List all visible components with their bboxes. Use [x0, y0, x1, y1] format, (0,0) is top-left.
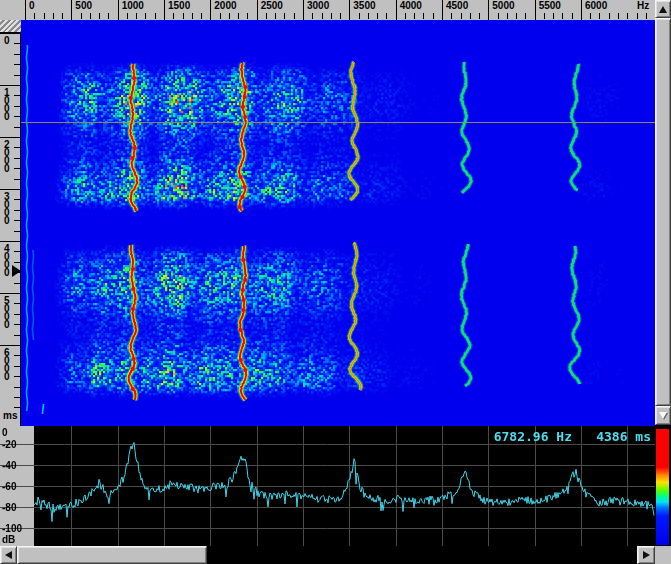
scroll-right-button[interactable] — [637, 546, 655, 564]
minor-tick — [14, 262, 21, 263]
minor-tick — [238, 13, 239, 19]
time-tick-label: 3 0 0 0 — [4, 193, 10, 225]
freq-tick-label: 3500 — [353, 1, 375, 11]
time-tick-label: 6 0 0 0 — [4, 349, 10, 381]
major-tick — [0, 137, 21, 138]
horizontal-scrollbar[interactable] — [0, 546, 655, 564]
minor-tick — [62, 13, 63, 19]
minor-tick — [14, 303, 21, 304]
minor-tick — [14, 75, 21, 76]
minor-tick — [507, 13, 508, 19]
minor-tick — [127, 13, 128, 19]
minor-tick — [609, 13, 610, 19]
minor-tick — [14, 355, 21, 356]
minor-tick — [99, 13, 100, 19]
minor-tick — [599, 13, 600, 19]
minor-tick — [53, 13, 54, 19]
db-tick-label: -40 — [2, 460, 16, 471]
minor-tick — [220, 13, 221, 19]
major-tick — [71, 0, 72, 20]
freq-tick-label: 1500 — [168, 1, 190, 11]
db-tick-label: 0 — [2, 427, 8, 438]
freq-tick-label: 5500 — [539, 1, 561, 11]
ruler-hatch-region — [0, 20, 21, 33]
minor-tick — [470, 13, 471, 19]
scrollbar-corner — [655, 546, 671, 564]
minor-tick — [14, 64, 21, 65]
minor-tick — [44, 13, 45, 19]
time-tick-label: 4 0 0 0 — [4, 245, 10, 277]
vertical-scrollbar[interactable] — [655, 0, 671, 425]
minor-tick — [14, 231, 21, 232]
time-position-marker[interactable] — [12, 265, 21, 277]
minor-tick — [266, 13, 267, 19]
minor-tick — [14, 366, 21, 367]
minor-tick — [201, 13, 202, 19]
minor-tick — [183, 13, 184, 19]
minor-tick — [405, 13, 406, 19]
major-tick — [0, 293, 21, 294]
major-tick — [349, 0, 350, 20]
arrow-down-icon — [659, 412, 667, 419]
intensity-color-scale — [656, 429, 669, 545]
arrow-right-icon — [643, 551, 650, 559]
horizontal-scroll-thumb[interactable] — [17, 546, 207, 564]
major-tick — [257, 0, 258, 20]
colorbar-column — [655, 425, 671, 546]
freq-tick-label: 3000 — [307, 1, 329, 11]
minor-tick — [498, 13, 499, 19]
minor-tick — [572, 13, 573, 19]
ruler-corner-box — [0, 0, 22, 21]
spectrogram-canvas[interactable] — [21, 20, 655, 426]
major-tick — [0, 85, 21, 86]
time-tick-label: 5 0 0 0 — [4, 297, 10, 329]
freq-tick-label: 500 — [75, 1, 92, 11]
minor-tick — [155, 13, 156, 19]
minor-tick — [247, 13, 248, 19]
time-ruler: ms 01 0 0 02 0 0 03 0 0 04 0 0 05 0 0 06… — [0, 20, 21, 426]
minor-tick — [14, 43, 21, 44]
major-tick — [0, 33, 21, 34]
scroll-left-button[interactable] — [0, 546, 17, 564]
minor-tick — [479, 13, 480, 19]
minor-tick — [516, 13, 517, 19]
minor-tick — [34, 13, 35, 19]
minor-tick — [525, 13, 526, 19]
minor-tick — [553, 13, 554, 19]
freq-tick-label: 2000 — [214, 1, 236, 11]
minor-tick — [14, 283, 21, 284]
minor-tick — [81, 13, 82, 19]
minor-tick — [14, 95, 21, 96]
db-tick-label: -20 — [2, 439, 16, 450]
minor-tick — [294, 13, 295, 19]
major-tick — [581, 0, 582, 20]
vertical-scroll-thumb[interactable] — [655, 18, 671, 406]
freq-tick-label: 4500 — [446, 1, 468, 11]
major-tick — [0, 241, 21, 242]
minor-tick — [386, 13, 387, 19]
minor-tick — [192, 13, 193, 19]
freq-tick-label: 1000 — [122, 1, 144, 11]
minor-tick — [275, 13, 276, 19]
arrow-left-icon — [5, 551, 12, 559]
ms-unit-label: ms — [3, 411, 17, 421]
major-tick — [442, 0, 443, 20]
scroll-up-button[interactable] — [655, 0, 671, 18]
minor-tick — [14, 199, 21, 200]
minor-tick — [562, 13, 563, 19]
minor-tick — [14, 251, 21, 252]
time-tick-label: 0 — [4, 37, 10, 45]
minor-tick — [14, 397, 21, 398]
minor-tick — [14, 106, 21, 107]
minor-tick — [136, 13, 137, 19]
freq-tick-label: 0 — [29, 1, 35, 11]
minor-tick — [14, 324, 21, 325]
major-tick — [25, 0, 26, 20]
minor-tick — [414, 13, 415, 19]
hz-unit-label: Hz — [637, 1, 649, 11]
arrow-up-icon — [659, 6, 667, 13]
scroll-down-button[interactable] — [655, 406, 671, 425]
freq-tick-label: 5000 — [492, 1, 514, 11]
db-tick-label: -100 — [2, 523, 22, 534]
minor-tick — [627, 13, 628, 19]
